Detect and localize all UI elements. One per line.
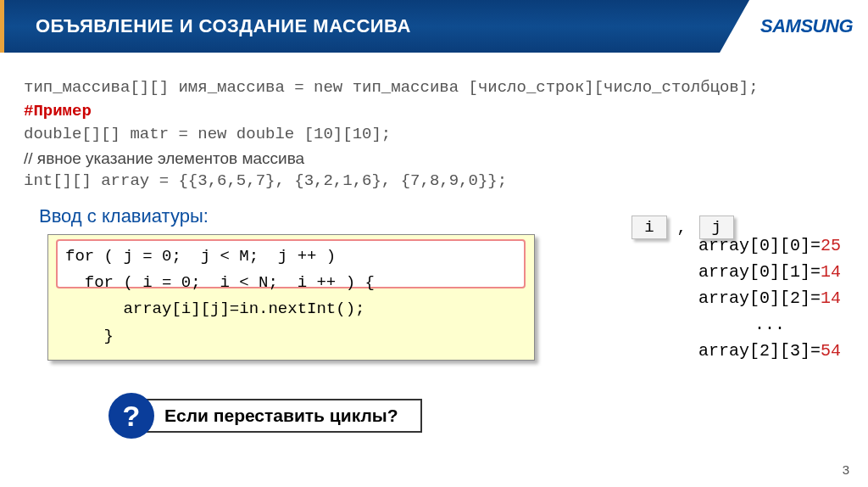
code-line-4: } bbox=[65, 323, 517, 350]
code-yellow-box: for ( j = 0; j < M; j ++ ) for ( i = 0; … bbox=[47, 234, 535, 361]
samsung-logo: SAMSUNG bbox=[760, 15, 853, 37]
output-row: array[0][1]=14 bbox=[698, 259, 841, 285]
slide-title: ОБЪЯВЛЕНИЕ И СОЗДАНИЕ МАССИВА bbox=[36, 15, 411, 37]
code-line-3: array[i][j]=in.nextInt(); bbox=[65, 296, 517, 322]
example-code: double[][] matr = new double [10][10]; bbox=[24, 123, 844, 147]
tab-i: i bbox=[632, 216, 666, 239]
comment-line: // явное указание элементов массива bbox=[24, 147, 844, 171]
init-code: int[][] array = {{3,6,5,7}, {3,2,1,6}, {… bbox=[24, 170, 844, 193]
logo-area: SAMSUNG bbox=[720, 0, 868, 53]
output-dots: ... bbox=[698, 311, 841, 338]
question-badge: ? bbox=[108, 393, 154, 439]
code-line-1: for ( j = 0; j < M; j ++ ) bbox=[65, 244, 517, 270]
tabs-comma: , bbox=[677, 219, 687, 238]
output-row: array[2][3]=54 bbox=[698, 338, 841, 364]
page-number: 3 bbox=[843, 462, 849, 477]
example-label: #Пример bbox=[24, 100, 844, 124]
question-text: Если переставить циклы? bbox=[134, 399, 422, 433]
header-accent-bar bbox=[0, 0, 4, 53]
slide-header: ОБЪЯВЛЕНИЕ И СОЗДАНИЕ МАССИВА SAMSUNG bbox=[0, 0, 868, 53]
question-row: ? Если переставить циклы? bbox=[108, 393, 844, 439]
output-row: array[0][2]=14 bbox=[698, 285, 841, 311]
output-column: array[0][0]=25 array[0][1]=14 array[0][2… bbox=[698, 232, 841, 364]
syntax-template: тип_массива[][] имя_массива = new тип_ма… bbox=[24, 76, 844, 100]
output-row: array[0][0]=25 bbox=[698, 232, 841, 259]
question-mark-icon: ? bbox=[123, 400, 141, 433]
code-line-2: for ( i = 0; i < N; i ++ ) { bbox=[65, 270, 517, 296]
